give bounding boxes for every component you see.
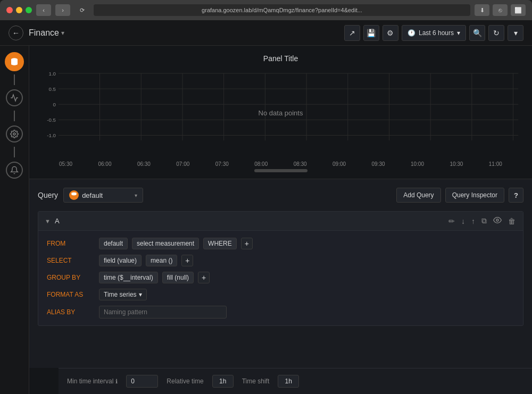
alias-by-label: ALIAS BY bbox=[47, 308, 95, 316]
dashboard-title: Finance bbox=[29, 28, 59, 38]
share-dashboard-button[interactable]: ↗ bbox=[344, 25, 360, 41]
time-label-1: 05:30 bbox=[59, 161, 72, 167]
back-button[interactable]: ← bbox=[9, 26, 23, 40]
svg-point-24 bbox=[496, 219, 498, 221]
add-select-button[interactable]: + bbox=[181, 255, 193, 266]
download-icon: ⬇ bbox=[475, 4, 489, 16]
settings-icon: ⚙ bbox=[387, 29, 394, 37]
toggle-visibility-icon[interactable] bbox=[492, 215, 503, 227]
min-interval-label-group: Min time interval ℹ bbox=[67, 378, 118, 385]
query-rows: FROM default select measurement WHERE + … bbox=[38, 231, 523, 325]
url-text: grafana.goozen.lab/d/mQamqDmgz/finance?p… bbox=[202, 7, 362, 13]
query-label: Query bbox=[38, 191, 58, 199]
datasource-selector[interactable]: default ▾ bbox=[63, 188, 143, 203]
add-where-button[interactable]: + bbox=[241, 238, 253, 249]
save-dashboard-button[interactable]: 💾 bbox=[363, 25, 379, 41]
query-actions: Add Query Query Inspector ? bbox=[396, 188, 523, 203]
alias-by-row: ALIAS BY bbox=[47, 303, 514, 321]
browser-forward-button[interactable]: › bbox=[55, 4, 70, 16]
time-label-6: 08:00 bbox=[254, 161, 268, 167]
resize-icon: ⬜ bbox=[511, 4, 526, 16]
from-keyword[interactable]: default bbox=[99, 238, 128, 249]
min-interval-info-icon[interactable]: ℹ bbox=[115, 378, 118, 385]
select-row: SELECT field (value) mean () + bbox=[47, 252, 514, 269]
minimize-button[interactable] bbox=[16, 7, 22, 13]
sidebar-item-visualization[interactable] bbox=[4, 87, 25, 108]
query-header: Query default ▾ Add Query Query Inspecto… bbox=[38, 188, 523, 203]
query-inspector-button[interactable]: Query Inspector bbox=[445, 188, 504, 203]
svg-text:0: 0 bbox=[53, 102, 56, 107]
svg-text:0.5: 0.5 bbox=[48, 86, 56, 92]
more-options-button[interactable]: ▾ bbox=[508, 25, 523, 41]
fill-selector[interactable]: fill (null) bbox=[162, 272, 194, 283]
sidebar-item-settings[interactable] bbox=[4, 123, 25, 145]
time-label-12: 11:00 bbox=[489, 161, 502, 167]
format-arrow-icon: ▾ bbox=[139, 291, 142, 298]
sidebar-item-alerts[interactable] bbox=[4, 160, 25, 181]
time-label-7: 08:30 bbox=[294, 161, 307, 167]
time-picker-arrow-icon: ▾ bbox=[457, 29, 460, 37]
refresh-button[interactable]: ↻ bbox=[488, 25, 504, 41]
relative-time-label: Relative time bbox=[167, 378, 203, 385]
share-icon: ⎋ bbox=[493, 4, 508, 16]
save-icon: 💾 bbox=[367, 29, 376, 37]
main-layout: Panel Title bbox=[0, 46, 532, 394]
query-editor: Query default ▾ Add Query Query Inspecto… bbox=[29, 179, 532, 368]
min-interval-input[interactable] bbox=[126, 375, 158, 388]
measurement-selector[interactable]: select measurement bbox=[132, 238, 199, 249]
sidebar-connector bbox=[14, 74, 15, 85]
select-label: SELECT bbox=[47, 257, 95, 264]
add-query-button[interactable]: Add Query bbox=[396, 188, 440, 203]
scroll-bar[interactable] bbox=[254, 169, 307, 172]
chart-svg: 1.0 0.5 0 -0.5 -1.0 bbox=[38, 67, 523, 149]
no-data-label: No data points bbox=[259, 109, 303, 117]
duplicate-query-icon[interactable]: ⧉ bbox=[480, 215, 488, 227]
datasource-icon bbox=[69, 190, 79, 200]
time-picker[interactable]: 🕐 Last 6 hours ▾ bbox=[402, 25, 466, 41]
format-value: Time series bbox=[104, 291, 137, 298]
move-down-icon[interactable]: ↓ bbox=[460, 216, 466, 227]
settings-button[interactable]: ⚙ bbox=[383, 25, 398, 41]
browser-back-button[interactable]: ‹ bbox=[36, 4, 51, 16]
field-selector[interactable]: field (value) bbox=[99, 255, 142, 266]
delete-query-icon[interactable]: 🗑 bbox=[507, 216, 517, 227]
add-group-by-button[interactable]: + bbox=[198, 272, 210, 283]
relative-time-value: 1h bbox=[212, 375, 234, 388]
collapse-icon[interactable]: ▼ bbox=[45, 218, 51, 224]
title-arrow-icon: ▾ bbox=[61, 29, 64, 37]
time-shift-value: 1h bbox=[278, 375, 299, 388]
edit-query-icon[interactable]: ✏ bbox=[447, 216, 456, 227]
alias-input[interactable] bbox=[99, 306, 227, 318]
from-label: FROM bbox=[47, 240, 95, 247]
help-button[interactable]: ? bbox=[509, 188, 523, 203]
refresh-icon: ↻ bbox=[493, 29, 500, 37]
gear-icon bbox=[6, 125, 23, 142]
bell-icon bbox=[6, 162, 23, 179]
from-row: FROM default select measurement WHERE + bbox=[47, 235, 514, 252]
svg-text:1.0: 1.0 bbox=[48, 71, 56, 77]
function-selector[interactable]: mean () bbox=[146, 255, 177, 266]
back-icon: ← bbox=[12, 29, 20, 37]
min-interval-label: Min time interval bbox=[67, 378, 113, 385]
app-header: ← Finance ▾ ↗ 💾 ⚙ 🕐 Last 6 hours ▾ 🔍 ↻ ▾ bbox=[0, 20, 532, 46]
chart-wrapper: 1.0 0.5 0 -0.5 -1.0 No data points bbox=[38, 67, 523, 160]
maximize-button[interactable] bbox=[26, 7, 32, 13]
time-label-8: 09:00 bbox=[332, 161, 346, 167]
clock-icon: 🕐 bbox=[408, 29, 415, 37]
close-button[interactable] bbox=[6, 7, 13, 13]
move-up-icon[interactable]: ↑ bbox=[470, 216, 476, 227]
time-selector[interactable]: time ($__interval) bbox=[99, 272, 158, 283]
address-bar[interactable]: grafana.goozen.lab/d/mQamqDmgz/finance?p… bbox=[94, 4, 470, 16]
datasource-chevron-icon: ▾ bbox=[135, 192, 137, 198]
app-title: Finance ▾ bbox=[29, 28, 64, 38]
svg-point-1 bbox=[13, 133, 15, 135]
time-axis: 05:30 06:00 06:30 07:00 07:30 08:00 08:3… bbox=[38, 160, 523, 167]
where-button[interactable]: WHERE bbox=[203, 238, 237, 249]
format-select[interactable]: Time series ▾ bbox=[99, 289, 147, 300]
sidebar-item-query[interactable] bbox=[4, 51, 25, 72]
query-block-actions: ✏ ↓ ↑ ⧉ 🗑 bbox=[447, 215, 517, 227]
format-as-label: FORMAT AS bbox=[47, 291, 95, 298]
search-button[interactable]: 🔍 bbox=[469, 25, 485, 41]
time-label-10: 10:00 bbox=[411, 161, 424, 167]
browser-refresh-icon: ⟳ bbox=[74, 4, 89, 16]
